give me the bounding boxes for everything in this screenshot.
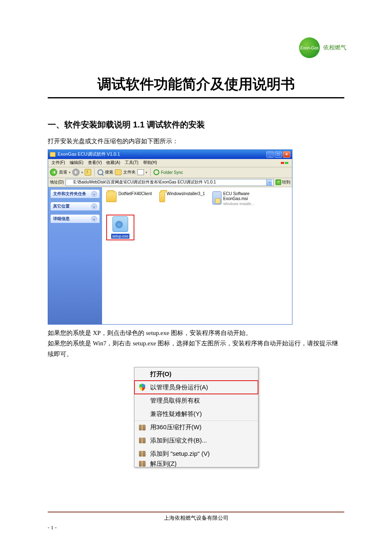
uac-shield-icon (139, 384, 146, 391)
menu-edit[interactable]: 编辑(E) (68, 159, 85, 166)
brand-logo: Exon-Gas 依相燃气 (299, 37, 346, 58)
menu-help[interactable]: 帮助(H) (141, 159, 159, 166)
context-menu: 打开(O) 以管理员身份运行(A) 管理员取得所有权 兼容性疑难解答(Y) (134, 367, 258, 467)
ctx-add-archive[interactable]: 添加到压缩文件(B)... (134, 434, 258, 447)
paragraph-xp: 如果您的系统是 XP，则点击绿色的 setup.exe 图标，安装程序将自动开始… (48, 328, 344, 339)
ctx-compat[interactable]: 兼容性疑难解答(Y) (134, 407, 258, 421)
archive-icon (139, 438, 146, 443)
ctx-360open[interactable]: 用360压缩打开(W) (134, 421, 258, 434)
setup-item[interactable]: setup.exe (108, 216, 133, 239)
view-icon[interactable] (137, 169, 144, 175)
setup-highlighted: setup.exe (106, 215, 134, 240)
go-label: 转到 (282, 179, 290, 185)
tasks-sidebar: 文件和文件夹任务⌄ 其它位置⌄ 详细信息⌄ (48, 187, 102, 324)
folder-icon (159, 191, 165, 202)
document-title: 调试软件功能简介及使用说明书 (48, 75, 344, 98)
chevron-icon[interactable]: ⌄ (91, 203, 97, 209)
folders-icon[interactable] (115, 169, 122, 175)
section-heading: 一、软件安装卸载说明 1.1 调试软件的安装 (48, 119, 344, 130)
menu-fav[interactable]: 收藏(A) (105, 159, 122, 166)
ctx-add-setup-zip[interactable]: 添加到 "setup.zip" (V) (134, 447, 258, 460)
ctx-run-as-admin[interactable]: 以管理员身份运行(A) (134, 381, 258, 394)
archive-icon (139, 425, 146, 430)
folder-item[interactable]: WindowsInstaller3_1 (159, 191, 205, 206)
menu-bar[interactable]: 文件(F) 编辑(E) 查看(V) 收藏(A) 工具(T) 帮助(H) (48, 159, 292, 167)
back-label[interactable]: 后退 (59, 169, 67, 175)
chevron-icon[interactable]: ⌄ (91, 216, 97, 222)
page-footer: 上海依相燃气设备有限公司 - 1 - (48, 511, 344, 531)
menu-view[interactable]: 查看(V) (86, 159, 103, 166)
forward-button-icon[interactable] (72, 169, 80, 176)
footer-page-number: - 1 - (48, 524, 344, 531)
file-pane[interactable]: DotNetFX40Client WindowsInstaller3_1 ECU… (102, 187, 292, 324)
ctx-admin-own[interactable]: 管理员取得所有权 (134, 394, 258, 407)
file-name: DotNetFX40Client (118, 191, 152, 196)
window-title: ExonGas ECU调试软件 V1.0.1 (58, 151, 120, 157)
foldersync-label[interactable]: Folder Sync (161, 170, 183, 175)
chevron-down-icon[interactable]: ⌄ (266, 179, 272, 186)
chevron-icon[interactable]: ⌄ (91, 191, 97, 197)
ctx-open[interactable]: 打开(O) (134, 367, 258, 381)
menu-file[interactable]: 文件(F) (50, 159, 67, 166)
logo-text: 依相燃气 (323, 44, 346, 51)
footer-company: 上海依相燃气设备有限公司 (48, 514, 344, 522)
close-button[interactable]: × (283, 151, 290, 158)
file-name: WindowsInstaller3_1 (167, 191, 205, 196)
side-panel-other[interactable]: 其它位置⌄ (51, 202, 100, 210)
go-button[interactable]: 转到 (275, 179, 290, 185)
archive-icon (139, 451, 146, 457)
address-input[interactable]: E:\BaiduWebDisk\百度网盘\ECU调试软件发布\ExonGas E… (66, 179, 274, 186)
address-bar: 地址(D) E:\BaiduWebDisk\百度网盘\ECU调试软件发布\Exo… (48, 178, 292, 187)
folder-icon (106, 191, 117, 202)
windows-flag-icon (279, 161, 290, 165)
ctx-extract[interactable]: 解压到(Z) (134, 460, 258, 467)
logo-badge-icon: Exon-Gas (299, 37, 320, 58)
folder-item[interactable]: DotNetFX40Client (106, 191, 152, 206)
side-panel-details[interactable]: 详细信息⌄ (51, 215, 100, 223)
search-label[interactable]: 搜索 (105, 169, 113, 175)
foldersync-icon[interactable] (153, 169, 159, 175)
explorer-window: ExonGas ECU调试软件 V1.0.1 _ □ × 文件(F) 编辑(E)… (48, 149, 292, 325)
msi-icon (212, 191, 222, 205)
folder-icon (67, 180, 72, 184)
folders-label[interactable]: 文件夹 (123, 169, 136, 175)
archive-icon (139, 461, 146, 467)
address-path: E:\BaiduWebDisk\百度网盘\ECU调试软件发布\ExonGas E… (73, 179, 216, 185)
minimize-button[interactable]: _ (266, 151, 274, 158)
paragraph-win7: 如果您的系统是 Win7，则右击 setup.exe 图标，选择如下左图所示，安… (48, 338, 344, 359)
back-button-icon[interactable] (50, 169, 57, 176)
file-sub: Windows Installe... (223, 202, 254, 206)
address-label: 地址(D) (50, 179, 64, 185)
up-icon[interactable] (85, 169, 91, 176)
side-panel-tasks[interactable]: 文件和文件夹任务⌄ (51, 190, 100, 198)
msi-item[interactable]: ECU Software ExonGas.msi Windows Install… (212, 191, 258, 206)
search-icon[interactable] (97, 169, 103, 175)
intro-paragraph: 打开安装光盘或文件压缩包的内容如下图所示： (48, 136, 344, 147)
file-name: ECU Software ExonGas.msi (223, 191, 249, 201)
titlebar[interactable]: ExonGas ECU调试软件 V1.0.1 _ □ × (48, 150, 292, 159)
setup-exe-icon (112, 216, 128, 232)
go-arrow-icon (275, 179, 281, 185)
maximize-button[interactable]: □ (275, 151, 282, 158)
file-name: setup.exe (111, 234, 129, 239)
nav-toolbar: 后退 ▾ ▾ 搜索 文件夹 ▾ Folder Sync (48, 167, 292, 178)
folder-icon (50, 152, 56, 157)
menu-tools[interactable]: 工具(T) (123, 159, 140, 166)
